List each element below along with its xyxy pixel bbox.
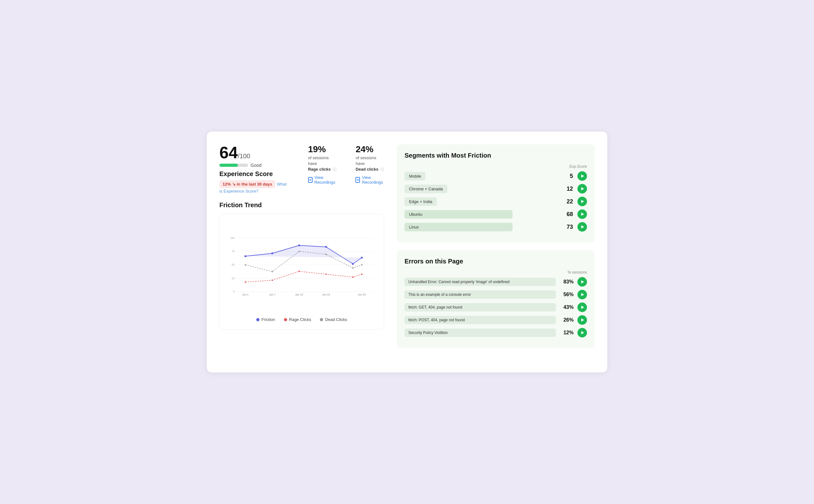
play-icon-dead [355, 177, 360, 183]
segment-right-chrome-canada: 12 [564, 184, 587, 194]
error-tag-1: This is an example of a console error [404, 290, 556, 299]
dashboard-card: 64/100 Good Experience Score 12% ↘ in th… [207, 132, 607, 372]
error-play-1[interactable] [578, 290, 587, 299]
svg-point-20 [352, 263, 354, 265]
segment-right-ubuntu: 68 [564, 209, 587, 219]
svg-text:Jun 1: Jun 1 [242, 293, 249, 296]
segments-col-label-row: Exp.Score [404, 164, 587, 169]
errors-card: Errors on this Page % sessions Unhandled… [397, 250, 595, 348]
svg-point-23 [271, 280, 273, 281]
svg-text:Jun 13: Jun 13 [295, 293, 303, 296]
svg-point-17 [271, 252, 273, 254]
rage-clicks-label: Rage clicks [308, 167, 331, 172]
error-play-4[interactable] [578, 328, 587, 337]
segment-play-mobile[interactable] [578, 171, 587, 181]
error-tag-4: Security Policy Violition [404, 329, 556, 337]
svg-text:75: 75 [231, 250, 235, 253]
svg-point-25 [325, 274, 327, 275]
legend-rage-clicks: Rage Clicks [284, 317, 311, 322]
experience-score-title: Experience Score [219, 170, 289, 178]
segment-tag-ubuntu: Ubuntu [404, 210, 513, 219]
legend-dead-clicks: Dead Clicks [320, 317, 347, 322]
friction-legend-label: Friction [261, 317, 275, 322]
rage-clicks-stat: 19% of sessions have Rage clicks ⓘ View … [308, 144, 337, 185]
error-pct-3: 26% [561, 317, 574, 323]
segment-right-mobile: 5 [564, 171, 587, 181]
right-panel: Segments with Most Friction Exp.Score Mo… [397, 144, 595, 348]
legend-friction: Friction [256, 317, 275, 322]
segment-play-chrome-canada[interactable] [578, 184, 587, 194]
error-row-3: fetch: POST, 404, page not found 26% [404, 315, 587, 325]
score-bar-background [219, 164, 248, 167]
segment-score-mobile: 5 [564, 173, 573, 180]
error-pct-0: 83% [561, 279, 574, 285]
score-block: 64/100 Good Experience Score 12% ↘ in th… [219, 144, 289, 194]
error-play-3[interactable] [578, 315, 587, 325]
error-row-4: Security Policy Violition 12% [404, 328, 587, 337]
segment-right-edge-india: 22 [564, 197, 587, 206]
segment-row-linux: Linux 73 [404, 222, 587, 232]
dead-clicks-view-recordings[interactable]: View Recordings [355, 175, 384, 185]
svg-point-24 [298, 271, 300, 272]
score-change-badge: 12% ↘ in the last 30 days [219, 180, 275, 188]
svg-point-19 [325, 246, 327, 248]
error-pct-4: 12% [561, 330, 574, 336]
svg-text:Jun 7: Jun 7 [269, 293, 276, 296]
segment-tag-edge-india: Edge + India [404, 197, 437, 206]
svg-point-32 [352, 267, 354, 269]
error-row-1: This is an example of a console error 56… [404, 290, 587, 299]
error-row-2: fetch: GET, 404, page not found 43% [404, 303, 587, 312]
svg-marker-15 [245, 245, 362, 264]
segments-title: Segments with Most Friction [404, 152, 587, 159]
error-tag-3: fetch: POST, 404, page not found [404, 316, 556, 324]
rage-clicks-legend-label: Rage Clicks [289, 317, 311, 322]
friction-trend-chart: 100 75 50 25 0 Jun 1 Jun 7 [227, 222, 376, 311]
score-bar-fill [219, 164, 238, 167]
svg-point-30 [298, 251, 300, 252]
svg-point-16 [244, 255, 246, 257]
error-pct-1: 56% [561, 292, 574, 297]
errors-title: Errors on this Page [404, 258, 587, 265]
error-play-2[interactable] [578, 303, 587, 312]
chart-legend: Friction Rage Clicks Dead Clicks [227, 317, 376, 322]
segments-col-label: Exp.Score [570, 164, 587, 169]
segment-row-mobile: Mobile 5 [404, 171, 587, 181]
rage-clicks-help-icon: ⓘ [333, 167, 336, 171]
svg-point-27 [361, 274, 363, 275]
score-stats-row: 64/100 Good Experience Score 12% ↘ in th… [219, 144, 384, 194]
rage-clicks-legend-dot [284, 318, 287, 321]
svg-text:Jun 25: Jun 25 [358, 293, 366, 296]
play-icon-rage [308, 177, 312, 183]
segment-score-ubuntu: 68 [564, 211, 573, 218]
dead-clicks-percent: 24% [355, 144, 384, 154]
svg-text:0: 0 [233, 290, 235, 293]
svg-text:100: 100 [230, 236, 235, 240]
chart-section: Friction Trend 100 75 50 25 0 [219, 201, 384, 330]
score-bar-label: Good [250, 163, 261, 168]
segment-score-chrome-canada: 12 [564, 186, 573, 192]
error-tag-2: fetch: GET, 404, page not found [404, 303, 556, 311]
error-play-0[interactable] [578, 277, 587, 287]
svg-point-33 [361, 264, 363, 266]
dead-clicks-legend-label: Dead Clicks [325, 317, 347, 322]
segment-tag-chrome-canada: Chrome + Canada [404, 185, 448, 193]
svg-point-22 [244, 282, 246, 283]
svg-point-21 [361, 257, 363, 259]
segment-score-linux: 73 [564, 224, 573, 230]
segment-right-linux: 73 [564, 222, 587, 232]
segment-play-edge-india[interactable] [578, 197, 587, 206]
svg-point-31 [325, 254, 327, 255]
score-value: 64 [219, 143, 238, 162]
segment-play-linux[interactable] [578, 222, 587, 232]
rage-clicks-view-recordings[interactable]: View Recordings [308, 175, 337, 185]
segment-play-ubuntu[interactable] [578, 209, 587, 219]
segment-row-chrome-canada: Chrome + Canada 12 [404, 184, 587, 194]
dead-clicks-help-icon: ⓘ [380, 167, 384, 171]
segment-row-edge-india: Edge + India 22 [404, 197, 587, 206]
svg-text:50: 50 [231, 263, 235, 266]
score-display: 64/100 [219, 144, 289, 161]
chart-title: Friction Trend [219, 201, 384, 209]
errors-col-label-row: % sessions [404, 270, 587, 275]
dead-clicks-desc: of sessions have Dead clicks ⓘ [355, 155, 384, 173]
svg-point-28 [244, 264, 246, 266]
